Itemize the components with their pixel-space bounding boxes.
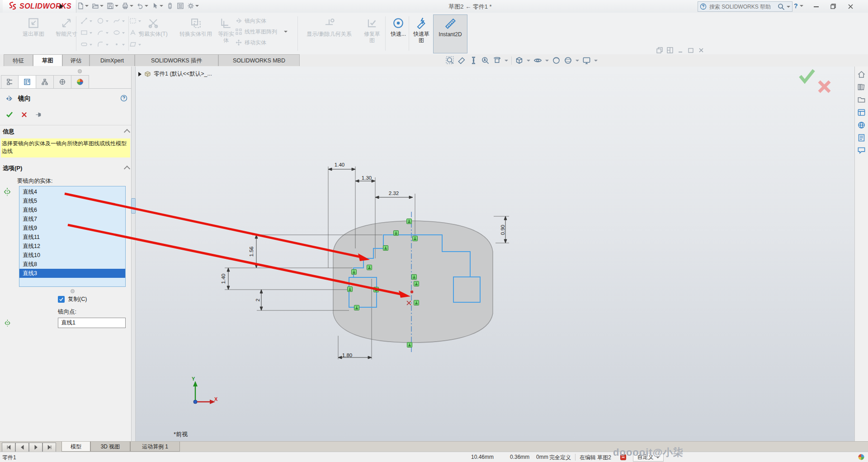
document-tab-运动算例 1[interactable]: 运动算例 1 <box>130 442 180 452</box>
caret-down-icon[interactable] <box>115 5 118 7</box>
dimension-label[interactable]: 0.90 <box>500 225 505 235</box>
textA-tool-icon[interactable] <box>129 29 137 37</box>
caret-down-icon[interactable] <box>100 5 104 7</box>
entity-list-item[interactable]: 直线3 <box>19 269 125 278</box>
dimension-label[interactable]: 1.56 <box>249 247 254 257</box>
doc-restore-icon[interactable] <box>688 47 694 53</box>
gear-button[interactable] <box>186 1 200 10</box>
ribbon-tab-DimXpert[interactable]: DimXpert <box>90 54 135 66</box>
caret-down-icon[interactable] <box>122 32 125 34</box>
save-button[interactable] <box>106 1 119 10</box>
panel-collapse-handle[interactable] <box>131 198 136 214</box>
navprev-button[interactable] <box>15 443 29 452</box>
spline-tool-icon[interactable] <box>113 17 121 25</box>
entity-list-item[interactable]: 直线11 <box>19 233 125 242</box>
search-options-caret[interactable] <box>787 6 790 8</box>
search-input[interactable] <box>708 3 776 10</box>
caret-down-icon[interactable] <box>106 20 108 22</box>
ok-button[interactable] <box>5 111 14 118</box>
print-button[interactable] <box>121 1 134 10</box>
panel-splitter-dot[interactable] <box>78 69 82 73</box>
task-pane-palette-icon[interactable] <box>857 108 866 117</box>
caret-down-icon[interactable] <box>160 5 163 7</box>
undo-button[interactable] <box>136 1 149 10</box>
pointer-button[interactable] <box>151 1 164 10</box>
cancel-button[interactable] <box>21 111 28 118</box>
pin-button[interactable] <box>35 111 43 118</box>
document-tab-模型[interactable]: 模型 <box>61 442 90 452</box>
help-menu[interactable]: ? <box>794 2 803 10</box>
options-section-header[interactable]: 选项(P) <box>3 164 22 172</box>
dimension-label[interactable]: 2 <box>255 299 260 301</box>
caret-down-icon[interactable] <box>106 32 108 34</box>
task-pane-forum-icon[interactable] <box>857 146 866 155</box>
manager-tab-pmform[interactable] <box>19 75 36 89</box>
options-collapse-icon[interactable] <box>124 166 130 172</box>
dashrect-tool-icon[interactable] <box>129 17 137 25</box>
dimension-label[interactable]: 1.40 <box>335 162 344 167</box>
entity-list-item[interactable]: 直线5 <box>19 196 125 205</box>
caret-down-icon[interactable] <box>90 44 92 46</box>
manager-tab-pmball[interactable] <box>71 75 89 89</box>
caret-down-icon[interactable] <box>545 60 549 62</box>
mirror-point-input[interactable] <box>58 318 126 328</box>
entity-list-item[interactable]: 直线4 <box>19 187 125 196</box>
viewmagA-view-icon[interactable] <box>481 56 490 65</box>
entities-listbox[interactable]: 直线4直线5直线6直线7直线9直线11直线12直线10直线8直线3 <box>19 186 126 287</box>
caret-down-icon[interactable] <box>122 20 125 22</box>
task-pane-globe-icon[interactable] <box>857 121 866 129</box>
entity-list-item[interactable]: 直线6 <box>19 205 125 214</box>
breadcrumb-expand-icon[interactable] <box>138 72 142 76</box>
task-pane-props-icon[interactable] <box>857 133 866 142</box>
dimension-label[interactable]: 1.80 <box>342 352 352 358</box>
search-icon[interactable] <box>778 3 785 10</box>
ellipse-tool-icon[interactable] <box>113 29 121 37</box>
copy-checkbox[interactable] <box>58 296 65 303</box>
caret-down-icon[interactable] <box>576 60 579 62</box>
pm-help-icon[interactable] <box>120 95 127 102</box>
new-button[interactable] <box>76 1 90 10</box>
info-collapse-icon[interactable] <box>124 129 130 135</box>
menu-flyout-button[interactable] <box>58 1 65 12</box>
zoomfit-view-icon[interactable] <box>446 56 454 65</box>
info-section-header[interactable]: 信息 <box>3 128 14 136</box>
restore-button[interactable] <box>826 2 840 11</box>
caret-down-icon[interactable] <box>85 5 89 7</box>
entity-list-item[interactable]: 直线7 <box>19 214 125 224</box>
slot-tool-icon[interactable] <box>80 41 89 49</box>
solidworks-logo[interactable]: SOLIDWORKS <box>3 0 76 13</box>
toggles-button[interactable] <box>165 1 175 10</box>
plane-tool-icon[interactable] <box>129 41 137 49</box>
ribbon-tab-评估[interactable]: 评估 <box>62 54 90 66</box>
fillet-tool-icon[interactable] <box>97 41 105 49</box>
arc-tool-icon[interactable] <box>97 29 105 37</box>
ball-view-icon[interactable] <box>552 56 561 65</box>
caret-down-icon[interactable] <box>505 60 508 62</box>
doc-minimize-icon[interactable] <box>677 47 684 53</box>
sectionview-view-icon[interactable] <box>469 56 478 65</box>
entity-list-item[interactable]: 直线10 <box>19 251 125 260</box>
caret-down-icon[interactable] <box>106 44 108 46</box>
report-button[interactable] <box>176 1 185 10</box>
doc-tile-icon[interactable] <box>667 47 673 53</box>
manager-tab-pmtree[interactable] <box>1 75 19 89</box>
navnext-button[interactable] <box>29 443 42 452</box>
dimension-label[interactable]: 1.40 <box>221 274 226 284</box>
point-tool-icon[interactable] <box>113 41 121 49</box>
caret-down-icon[interactable] <box>594 60 598 62</box>
entity-list-item[interactable]: 直线8 <box>19 260 125 269</box>
doc-cascade-icon[interactable] <box>656 47 663 53</box>
ribbon-tab-草图[interactable]: 草图 <box>33 54 62 66</box>
navlast-button[interactable] <box>42 443 56 452</box>
caret-down-icon[interactable] <box>90 32 92 34</box>
graphics-viewport[interactable] <box>136 67 854 441</box>
caret-down-icon[interactable] <box>145 5 148 7</box>
caret-down-icon[interactable] <box>195 5 199 7</box>
entity-list-item[interactable]: 直线12 <box>19 242 125 251</box>
task-pane-lib-icon[interactable] <box>857 83 866 91</box>
task-pane-folder2-icon[interactable] <box>857 95 866 104</box>
line-tool-icon[interactable] <box>80 17 89 25</box>
eye-view-icon[interactable] <box>533 56 542 65</box>
ribbon-tab-SOLIDWORKS 插件[interactable]: SOLIDWORKS 插件 <box>135 54 218 66</box>
navfirst-button[interactable] <box>2 443 15 452</box>
